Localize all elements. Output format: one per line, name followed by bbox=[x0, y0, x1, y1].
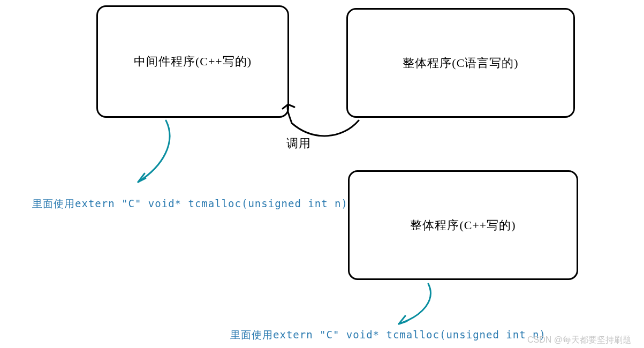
box-overall-c-label: 整体程序(C语言写的) bbox=[403, 55, 518, 71]
watermark: CSDN @每天都要坚持刷题 bbox=[527, 335, 631, 346]
label-extern-c-1: 里面使用extern "C" void* tcmalloc(unsigned i… bbox=[32, 197, 348, 211]
arrowhead-middleware-to-extern bbox=[138, 173, 146, 182]
arrow-middleware-to-extern bbox=[138, 120, 170, 182]
box-middleware-label: 中间件程序(C++写的) bbox=[134, 54, 252, 70]
box-overall-cpp: 整体程序(C++写的) bbox=[348, 170, 578, 280]
label-call: 调用 bbox=[286, 135, 311, 152]
arrowhead-overallcpp-to-extern bbox=[399, 316, 407, 324]
label-extern-c-2: 里面使用extern "C" void* tcmalloc(unsigned i… bbox=[230, 328, 546, 342]
box-overall-c: 整体程序(C语言写的) bbox=[346, 8, 575, 118]
box-overall-cpp-label: 整体程序(C++写的) bbox=[410, 217, 516, 233]
arrow-overallcpp-to-extern bbox=[399, 284, 430, 324]
box-middleware: 中间件程序(C++写的) bbox=[96, 5, 289, 118]
